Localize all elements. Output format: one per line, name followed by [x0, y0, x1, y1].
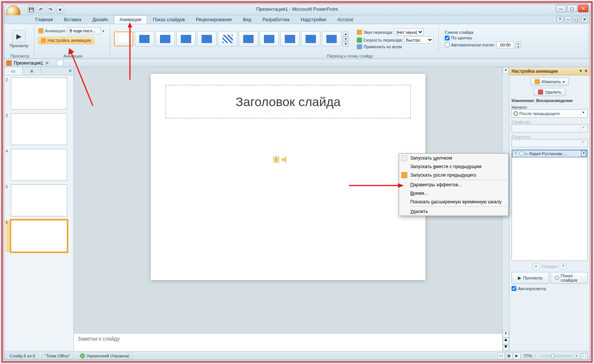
tp-preview-button[interactable]: ▶Просмотр: [512, 272, 549, 284]
slide-thumb[interactable]: 3: [6, 113, 72, 145]
slideshow-view-button[interactable]: ▶: [513, 352, 520, 359]
start-select[interactable]: После предыдущего ▾: [512, 109, 588, 118]
sorter-view-button[interactable]: ▦: [505, 352, 513, 359]
theme-name[interactable]: "Тема Office": [42, 352, 74, 359]
tp-slideshow-button[interactable]: 🖵Показ слайдов: [551, 272, 588, 284]
new-window-icon[interactable]: [57, 60, 63, 66]
outline-tab[interactable]: ≡: [23, 67, 41, 75]
notes-pane[interactable]: Заметки к слайду: [74, 333, 502, 351]
time-down-icon[interactable]: ▾: [516, 45, 520, 49]
menu-start-afterprev[interactable]: Запускать после предыдущего: [399, 171, 508, 179]
transition-thumb[interactable]: [218, 32, 237, 46]
scroll-up-icon[interactable]: ▴: [503, 67, 509, 74]
anim-dropdown-icon[interactable]: ▾: [102, 29, 104, 33]
move-down-button[interactable]: ▼: [560, 263, 567, 270]
qat-redo[interactable]: ↷: [46, 6, 55, 14]
auto-after-time[interactable]: [496, 42, 514, 48]
menu-effect-options[interactable]: Параметры эффектов...: [399, 180, 508, 189]
transition-thumb[interactable]: →: [239, 32, 258, 46]
menu-start-withprev[interactable]: Запускать вместе с предыдущим: [399, 162, 508, 171]
effect-dropdown-icon[interactable]: ▾: [581, 151, 586, 157]
menu-adv-timeline[interactable]: Показать расширенную временную шкалу: [399, 197, 508, 206]
apply-to-all-button[interactable]: Применить ко всем: [357, 44, 433, 49]
pane-close-icon[interactable]: ✕: [68, 68, 72, 73]
doc-close-icon[interactable]: ✕: [581, 16, 588, 23]
effect-item[interactable]: 0 ▷ Лидия Русланова ... ▾: [512, 150, 587, 157]
transition-thumb[interactable]: [156, 32, 175, 46]
transition-thumb[interactable]: ↔: [260, 32, 279, 46]
transition-none[interactable]: [114, 32, 133, 46]
gallery-down-icon[interactable]: ▾: [343, 37, 349, 42]
transition-thumb[interactable]: ↕: [301, 32, 320, 46]
close-button[interactable]: ✕: [578, 5, 588, 12]
language-indicator[interactable]: Украинский (Украина): [76, 352, 133, 360]
normal-view-button[interactable]: ▭: [497, 352, 505, 359]
gallery-more-icon[interactable]: ▾: [343, 42, 349, 46]
time-up-icon[interactable]: ▴: [516, 42, 520, 45]
zoom-fit-button[interactable]: ⛶: [581, 353, 588, 359]
zoom-out-button[interactable]: −: [535, 353, 541, 359]
tab-slideshow[interactable]: Показ слайдов: [148, 16, 190, 24]
effect-context-menu: Запускать щелчком Запускать вместе с пре…: [399, 153, 509, 216]
transition-thumb[interactable]: [197, 32, 216, 46]
taskpane-close-icon[interactable]: ✕: [584, 69, 588, 73]
tab-addins[interactable]: Надстройки: [296, 16, 332, 24]
slide-counter[interactable]: Слайд 6 из 6: [6, 352, 39, 359]
next-slide-icon[interactable]: ⯆: [503, 344, 509, 351]
slide-canvas[interactable]: Заголовок слайда 0: [151, 74, 425, 280]
menu-timing[interactable]: Время...: [399, 189, 508, 197]
preview-button[interactable]: ▶ Просмотр: [8, 30, 30, 48]
transition-thumb[interactable]: [135, 32, 154, 46]
animation-select[interactable]: [68, 27, 101, 35]
dropdown-icon[interactable]: ▾: [581, 110, 586, 117]
move-up-button[interactable]: ▲: [533, 263, 539, 270]
tab-animation[interactable]: Анимация: [114, 15, 147, 24]
qat-more[interactable]: ▾: [56, 6, 64, 14]
qat-undo[interactable]: ↶: [37, 6, 45, 14]
transition-speed-select[interactable]: Быстро: [404, 36, 433, 43]
auto-after-checkbox[interactable]: [445, 42, 450, 47]
zoom-percent[interactable]: 77%: [523, 354, 532, 358]
remove-effect-button[interactable]: Удалить: [534, 88, 565, 96]
doc-restore-icon[interactable]: ▢: [573, 16, 580, 23]
sound-object[interactable]: 0: [273, 156, 288, 163]
zoom-in-button[interactable]: +: [574, 353, 580, 359]
qat-save[interactable]: 💾: [27, 6, 35, 14]
autopreview-checkbox[interactable]: [512, 286, 516, 291]
tab-acrobat[interactable]: Acrobat: [332, 16, 358, 24]
transition-thumb[interactable]: ↓: [280, 32, 300, 46]
slide-thumb[interactable]: 2: [6, 78, 72, 109]
help-icon[interactable]: ?: [557, 16, 563, 23]
change-effect-button[interactable]: Изменить ▾: [531, 78, 569, 86]
slide-thumb-selected[interactable]: 6: [6, 220, 72, 252]
custom-animation-button[interactable]: Настройка анимации: [38, 37, 94, 44]
document-close-icon[interactable]: ✕: [45, 60, 49, 66]
prev-slide-icon[interactable]: ⯅: [503, 338, 509, 344]
menu-remove[interactable]: Удалить: [399, 207, 508, 216]
tab-developer[interactable]: Разработчик: [257, 16, 295, 24]
slide-thumb[interactable]: 5: [6, 184, 72, 216]
menu-start-onclick[interactable]: Запускать щелчком: [399, 154, 508, 162]
scroll-down-icon[interactable]: ▾: [503, 331, 509, 338]
document-tab[interactable]: Презентация1: [14, 60, 43, 66]
taskpane-menu-icon[interactable]: ▼: [579, 69, 583, 73]
tab-review[interactable]: Рецензирование: [191, 16, 237, 24]
on-click-checkbox[interactable]: [445, 36, 450, 40]
maximize-button[interactable]: ▢: [567, 5, 577, 12]
slide-thumb[interactable]: 4: [6, 149, 72, 181]
tab-insert[interactable]: Вставка: [59, 16, 87, 24]
slides-tab[interactable]: ▭: [4, 67, 23, 75]
gallery-up-icon[interactable]: ▴: [343, 32, 349, 36]
zoom-slider[interactable]: [542, 355, 572, 357]
tab-view[interactable]: Вид: [238, 16, 257, 24]
transition-sound-select[interactable]: [Нет звука]: [395, 29, 424, 36]
sound-icon: [357, 30, 362, 35]
minimize-button[interactable]: —: [556, 5, 566, 12]
window-title: Презентация1 - Microsoft PowerPoint: [256, 6, 338, 12]
title-placeholder[interactable]: Заголовок слайда: [166, 85, 411, 118]
tab-design[interactable]: Дизайн: [87, 16, 113, 24]
tab-home[interactable]: Главная: [30, 16, 58, 24]
ribbon-minimize-icon[interactable]: —: [565, 16, 571, 23]
transition-thumb[interactable]: [176, 32, 196, 46]
transition-thumb[interactable]: ⟳: [322, 32, 341, 46]
